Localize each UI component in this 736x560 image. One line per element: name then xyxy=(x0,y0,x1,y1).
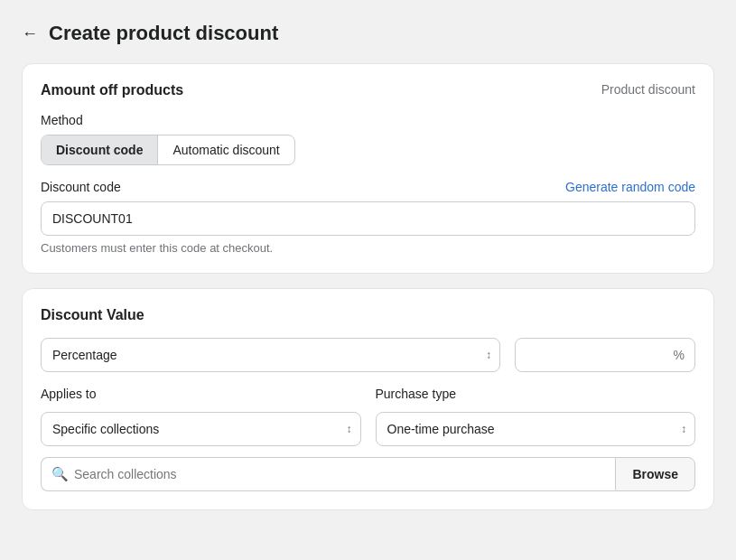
method-label: Method xyxy=(41,113,695,127)
card-title: Amount off products xyxy=(41,82,183,98)
applies-to-select-wrapper: Specific collections Specific products A… xyxy=(41,412,361,446)
purchase-type-label: Purchase type xyxy=(376,387,696,401)
applies-to-label: Applies to xyxy=(41,387,361,401)
card-header: Amount off products Product discount xyxy=(41,82,695,98)
percentage-value-input[interactable] xyxy=(515,338,695,372)
page-title: Create product discount xyxy=(49,22,278,45)
applies-to-select[interactable]: Specific collections Specific products A… xyxy=(41,412,361,446)
amount-off-card: Amount off products Product discount Met… xyxy=(22,63,714,274)
discount-code-label: Discount code xyxy=(41,180,121,194)
applies-purchase-selects: Specific collections Specific products A… xyxy=(41,412,695,446)
discount-value-card: Discount Value Percentage Fixed amount ↕… xyxy=(22,288,714,510)
method-toggle-group: Discount code Automatic discount xyxy=(41,135,295,165)
generate-random-code-link[interactable]: Generate random code xyxy=(565,180,695,194)
discount-method-select[interactable]: Percentage Fixed amount xyxy=(41,338,500,372)
discount-code-tab[interactable]: Discount code xyxy=(42,135,158,164)
applies-purchase-labels: Applies to Purchase type xyxy=(41,387,695,408)
discount-code-hint: Customers must enter this code at checko… xyxy=(41,241,695,255)
automatic-discount-tab[interactable]: Automatic discount xyxy=(158,135,293,164)
page-header: ← Create product discount xyxy=(22,22,714,45)
discount-value-title: Discount Value xyxy=(41,307,695,323)
purchase-type-select[interactable]: One-time purchase Subscription Both xyxy=(376,412,696,446)
percentage-value-wrapper: % xyxy=(515,338,695,372)
discount-method-select-wrapper: Percentage Fixed amount ↕ xyxy=(41,338,500,372)
discount-code-input[interactable] xyxy=(41,201,695,236)
search-collections-input[interactable] xyxy=(41,457,615,491)
discount-code-field-wrapper xyxy=(41,201,695,236)
search-collections-row: 🔍 Browse xyxy=(41,457,695,491)
purchase-type-select-wrapper: One-time purchase Subscription Both ↕ xyxy=(376,412,696,446)
back-button[interactable]: ← xyxy=(22,24,38,43)
discount-value-row: Percentage Fixed amount ↕ % xyxy=(41,338,695,372)
discount-code-row: Discount code Generate random code xyxy=(41,180,695,194)
browse-button[interactable]: Browse xyxy=(615,457,695,491)
product-discount-badge: Product discount xyxy=(601,82,695,97)
